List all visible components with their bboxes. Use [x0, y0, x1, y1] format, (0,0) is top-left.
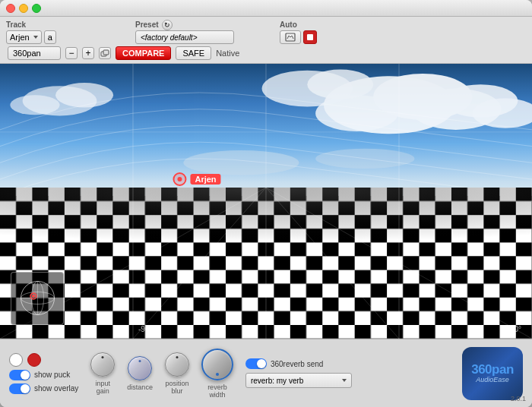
auto-section: Auto [280, 21, 340, 44]
input-gain-label: inputgain [96, 380, 111, 395]
reverb-dropdown[interactable]: reverb: my verb [245, 373, 352, 388]
reverb-send-section: 360reverb send reverb: my verb [245, 358, 352, 388]
logo-circle: 360pan AudioEase [462, 347, 523, 400]
title-bar [0, 0, 532, 17]
auto-icon [285, 33, 296, 42]
track-section-label: Track [6, 21, 128, 29]
native-label: Native [216, 49, 239, 58]
auto-section-label: Auto [280, 21, 340, 29]
distance-label: distance [127, 383, 153, 391]
record-button[interactable] [303, 30, 317, 44]
copy-icon [100, 49, 109, 57]
reverb-dropdown-value: reverb: my verb [251, 377, 303, 385]
white-indicator[interactable] [9, 353, 23, 367]
input-gain-group: inputgain [90, 352, 115, 395]
position-blur-label: positionblur [165, 380, 188, 395]
reverb-width-group: reverbwidth [201, 349, 233, 399]
svg-rect-21 [0, 188, 532, 242]
svg-rect-2 [103, 50, 109, 55]
floor-svg [0, 188, 532, 339]
degree-90-label: 90° [510, 325, 521, 333]
show-overlay-toggle[interactable] [9, 383, 30, 394]
controls-row-2: 360pan − + COMPARE SAFE Native [6, 46, 526, 60]
auto-button[interactable] [280, 30, 301, 44]
traffic-lights [6, 4, 41, 13]
preset-refresh-button[interactable]: ↻ [162, 20, 173, 30]
overlay-toggle-thumb [21, 384, 30, 393]
reverb-width-knob[interactable] [201, 349, 233, 380]
track-name-dropdown[interactable]: Arjen [6, 30, 42, 44]
viewport-canvas: Arjen -90° 90° [0, 64, 532, 339]
show-puck-row: show puck [9, 370, 78, 380]
logo-pan-text: pan [492, 362, 514, 377]
bottom-controls: show puck show overlay inputgain distanc… [0, 339, 532, 407]
record-icon [307, 34, 313, 40]
reverb-width-dot [216, 373, 219, 376]
preset-value-dropdown[interactable]: <factory default> [135, 30, 234, 44]
controls-bar: Track Arjen a Preset ↻ <factory d [0, 17, 532, 64]
main-window: Track Arjen a Preset ↻ <factory d [0, 0, 532, 407]
distance-knob-dot [139, 360, 141, 362]
show-overlay-label: show overlay [34, 384, 78, 393]
show-puck-toggle[interactable] [9, 370, 30, 380]
logo-section: 360pan AudioEase [462, 347, 523, 400]
position-blur-group: positionblur [165, 352, 189, 395]
reverb-toggle-thumb [257, 359, 266, 368]
distance-group: distance [127, 356, 153, 391]
position-blur-knob[interactable] [165, 352, 189, 377]
puck-marker[interactable]: Arjen [173, 172, 220, 186]
position-blur-dot [176, 356, 178, 358]
puck-inner [177, 177, 182, 181]
knob-dot [102, 356, 104, 358]
controls-row-1: Track Arjen a Preset ↻ <factory d [6, 20, 526, 44]
logo-subtext: AudioEase [476, 376, 509, 383]
puck-label: Arjen [190, 174, 220, 185]
svg-point-38 [32, 295, 35, 298]
reverb-width-label: reverbwidth [207, 383, 227, 399]
minus-button[interactable]: − [65, 47, 78, 59]
show-overlay-row: show overlay [9, 383, 78, 394]
preset-section-label: Preset [135, 21, 159, 29]
distance-knob[interactable] [128, 356, 152, 380]
mini-sphere [11, 272, 64, 325]
preset-section: Preset ↻ <factory default> [135, 20, 272, 44]
minimize-button[interactable] [19, 4, 28, 13]
puck-circle [173, 172, 186, 186]
track-section: Track Arjen a [6, 21, 128, 44]
plus-button[interactable]: + [82, 47, 94, 59]
track-row: Arjen a [6, 30, 128, 44]
copy-button[interactable] [99, 47, 111, 59]
toggle-thumb [21, 371, 30, 380]
reverb-send-toggle-row: 360reverb send [245, 358, 352, 369]
logo-360: 360 [471, 362, 492, 377]
degree-minus90-label: -90° [138, 325, 152, 333]
preset-row: <factory default> [135, 30, 272, 44]
show-puck-label: show puck [34, 371, 70, 379]
track-360pan-label: 360pan [8, 46, 61, 60]
reverb-send-label: 360reverb send [271, 360, 324, 368]
indicator-group: show puck show overlay [9, 353, 78, 394]
main-viewport[interactable]: Arjen -90° 90° [0, 64, 532, 339]
compare-button[interactable]: COMPARE [116, 46, 171, 60]
safe-button[interactable]: SAFE [176, 46, 211, 60]
sphere-svg [17, 277, 59, 319]
track-a-button[interactable]: a [44, 30, 56, 44]
sky-section [0, 64, 532, 196]
circle-indicator-row [9, 353, 78, 367]
logo-text: 360pan [471, 363, 514, 376]
input-gain-knob[interactable] [90, 352, 115, 377]
red-indicator[interactable] [27, 353, 41, 367]
floor-section [0, 188, 532, 339]
reverb-send-toggle[interactable] [245, 358, 267, 369]
version-label: 2.0.1 [511, 395, 526, 402]
guide-lines-svg [0, 64, 532, 196]
maximize-button[interactable] [32, 4, 41, 13]
close-button[interactable] [6, 4, 15, 13]
reverb-chevron-icon [342, 379, 347, 382]
chevron-down-icon [33, 36, 38, 39]
